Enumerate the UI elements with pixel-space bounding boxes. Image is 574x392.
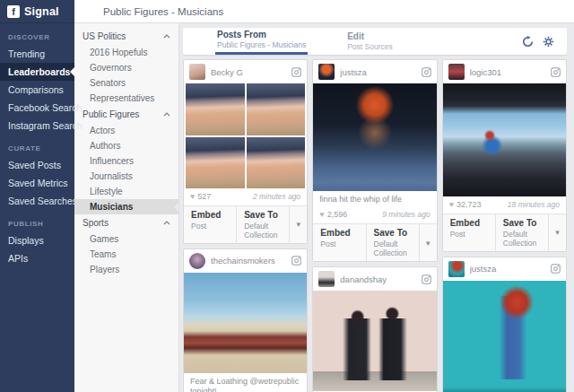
grid-column-3: logic301 ♥ 32,723 18 minutes ago	[442, 59, 567, 392]
sidebar-item-saved-metrics[interactable]: Saved Metrics	[0, 174, 74, 192]
category-lifestyle[interactable]: Lifestyle	[74, 184, 178, 199]
group-us-politics[interactable]: US Politics	[74, 28, 178, 45]
content-region: Public Figures - Musicians US Politics 2…	[74, 0, 574, 392]
sidebar-item-instagram-search[interactable]: Instagram Search	[0, 117, 74, 135]
heart-icon: ♥	[319, 210, 324, 219]
category-journalists[interactable]: Journalists	[74, 169, 178, 184]
category-governors[interactable]: Governors	[74, 60, 178, 75]
tab-sublabel: Post Sources	[347, 42, 393, 51]
post-timestamp: 9 minutes ago	[382, 210, 430, 219]
sidebar-item-displays[interactable]: Displays	[0, 231, 74, 249]
category-authors[interactable]: Authors	[74, 138, 178, 153]
post-card-logic301: logic301 ♥ 32,723 18 minutes ago	[442, 59, 567, 252]
brand-name: Signal	[24, 5, 59, 18]
category-influencers[interactable]: Influencers	[74, 153, 178, 169]
primary-sidebar: f Signal DISCOVER Trending Leaderboards …	[0, 0, 74, 392]
avatar[interactable]	[189, 64, 205, 80]
category-musicians[interactable]: Musicians	[74, 199, 178, 214]
save-to-button[interactable]: Save To Default Collection	[366, 224, 419, 261]
tab-bar: Posts From Public Figures - Musicians Ed…	[183, 28, 567, 55]
main-content: Posts From Public Figures - Musicians Ed…	[179, 23, 574, 392]
sidebar-item-saved-searches[interactable]: Saved Searches	[0, 192, 74, 210]
post-caption: Fear & Loathing @wetrepublic tonight!	[184, 373, 307, 392]
post-grid: Becky G ♥ 527 2 minutes ago	[183, 59, 567, 392]
like-count: 2,596	[327, 210, 348, 219]
post-timestamp: 18 minutes ago	[508, 200, 560, 209]
category-2016-hopefuls[interactable]: 2016 Hopefuls	[74, 45, 178, 60]
nav-heading-discover: DISCOVER	[0, 23, 74, 45]
post-username[interactable]: justsza	[470, 264, 545, 274]
category-games[interactable]: Games	[74, 231, 178, 247]
save-dropdown-caret[interactable]: ▾	[289, 206, 307, 243]
post-card-becky-g: Becky G ♥ 527 2 minutes ago	[183, 59, 308, 244]
nav-heading-publish: PUBLISH	[0, 210, 74, 231]
refresh-icon[interactable]	[522, 36, 534, 48]
avatar[interactable]	[318, 64, 335, 80]
post-card-justsza-2: justsza	[442, 257, 567, 392]
heart-icon: ♥	[449, 200, 454, 209]
instagram-icon	[551, 67, 561, 77]
save-to-button[interactable]: Save To Default Collection	[495, 214, 548, 251]
instagram-icon	[422, 274, 431, 284]
avatar[interactable]	[448, 261, 465, 277]
group-label: Sports	[83, 218, 109, 228]
avatar[interactable]	[448, 64, 465, 80]
page-title-bar: Public Figures - Musicians	[74, 0, 574, 23]
post-image[interactable]	[184, 83, 307, 188]
post-timestamp: 2 minutes ago	[253, 192, 300, 201]
post-image[interactable]	[313, 291, 436, 391]
like-count: 527	[197, 192, 211, 201]
post-image[interactable]	[313, 83, 436, 191]
gear-icon[interactable]	[543, 36, 554, 48]
embed-button[interactable]: Embed Post	[184, 206, 236, 243]
category-players[interactable]: Players	[74, 262, 178, 277]
post-username[interactable]: Becky G	[211, 67, 286, 77]
like-count: 32,723	[457, 200, 482, 209]
avatar[interactable]	[189, 253, 205, 269]
page-title: Public Figures - Musicians	[103, 6, 223, 17]
tab-sublabel: Public Figures - Musicians	[217, 40, 306, 49]
sidebar-item-comparisons[interactable]: Comparisons	[0, 81, 74, 99]
post-card-danandshay: danandshay	[312, 266, 437, 392]
embed-button[interactable]: Embed Post	[313, 224, 365, 261]
post-image[interactable]	[184, 273, 307, 373]
sidebar-item-saved-posts[interactable]: Saved Posts	[0, 156, 74, 174]
save-dropdown-caret[interactable]: ▾	[419, 224, 437, 261]
grid-column-2: justsza finna hit the whip of life ♥ 2,5…	[312, 59, 437, 392]
category-senators[interactable]: Senators	[74, 75, 178, 91]
app-window: f Signal DISCOVER Trending Leaderboards …	[0, 0, 574, 392]
post-username[interactable]: danandshay	[340, 274, 415, 284]
sidebar-item-apis[interactable]: APIs	[0, 249, 74, 267]
sidebar-item-leaderboards[interactable]: Leaderboards	[0, 63, 74, 81]
group-public-figures[interactable]: Public Figures	[74, 106, 178, 123]
brand[interactable]: f Signal	[0, 0, 74, 23]
tab-posts-from[interactable]: Posts From Public Figures - Musicians	[215, 28, 308, 55]
post-image[interactable]	[443, 281, 566, 392]
avatar[interactable]	[318, 271, 335, 287]
sidebar-item-facebook-search[interactable]: Facebook Search	[0, 99, 74, 117]
group-label: US Politics	[83, 31, 126, 41]
save-to-button[interactable]: Save To Default Collection	[236, 206, 289, 243]
embed-button[interactable]: Embed Post	[443, 214, 495, 251]
heart-icon: ♥	[190, 192, 195, 201]
instagram-icon	[291, 67, 301, 77]
sidebar-item-trending[interactable]: Trending	[0, 45, 74, 63]
tab-label: Posts From	[217, 30, 306, 40]
grid-column-1: Becky G ♥ 527 2 minutes ago	[183, 59, 308, 392]
category-representatives[interactable]: Representatives	[74, 91, 178, 106]
tab-edit[interactable]: Edit Post Sources	[345, 28, 395, 55]
post-username[interactable]: thechainsmokers	[211, 256, 286, 266]
post-image[interactable]	[443, 83, 566, 196]
category-teams[interactable]: Teams	[74, 247, 178, 262]
category-actors[interactable]: Actors	[74, 123, 178, 138]
save-dropdown-caret[interactable]: ▾	[548, 214, 566, 251]
chevron-up-icon	[163, 112, 170, 117]
group-sports[interactable]: Sports	[74, 214, 178, 231]
post-username[interactable]: justsza	[340, 67, 415, 77]
post-card-justsza: justsza finna hit the whip of life ♥ 2,5…	[312, 59, 437, 262]
post-username[interactable]: logic301	[470, 67, 545, 77]
nav-heading-curate: CURATE	[0, 135, 74, 156]
instagram-icon	[551, 264, 561, 274]
chevron-up-icon	[163, 34, 170, 39]
instagram-icon	[291, 256, 301, 266]
